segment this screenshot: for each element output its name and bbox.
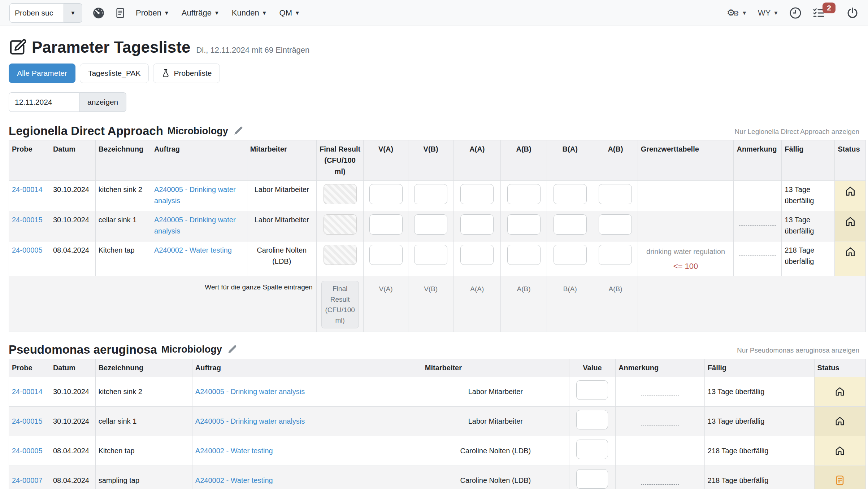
ab2-input[interactable]: [599, 184, 632, 204]
value-input[interactable]: [576, 440, 608, 459]
file-text-icon[interactable]: [115, 7, 126, 19]
ab2-input[interactable]: [599, 245, 632, 265]
settings-menu[interactable]: ⚙⚙ ▼: [727, 7, 747, 18]
column-fill-row: Wert für die ganze Spalte eintragen Fina…: [9, 276, 866, 332]
menu-auftraege[interactable]: Aufträge ▼: [182, 8, 220, 18]
aa-input[interactable]: [460, 184, 494, 204]
fill-final-result-button[interactable]: Final Result (CFU/100 ml): [321, 281, 359, 328]
anmerkung-field[interactable]: [641, 484, 679, 485]
faellig-cell: 218 Tage überfällig: [782, 241, 835, 276]
grenzwert-name: drinking water regulation: [641, 246, 731, 257]
menu-qm[interactable]: QM ▼: [279, 8, 300, 18]
table-row: 24-00014 30.10.2024 kitchen sink 2 A2400…: [9, 181, 866, 211]
ab-input[interactable]: [507, 184, 541, 204]
col-probe: Probe: [9, 140, 50, 181]
fill-vb-button[interactable]: V(B): [411, 284, 451, 294]
probe-link[interactable]: 24-00014: [12, 388, 43, 396]
vb-input[interactable]: [414, 214, 447, 235]
fill-aa-button[interactable]: A(A): [457, 284, 498, 294]
probe-link[interactable]: 24-00015: [12, 216, 43, 224]
anmerkung-field[interactable]: [641, 396, 679, 396]
anmerkung-field[interactable]: [739, 256, 776, 256]
status-cell: [814, 406, 865, 436]
auftrag-link[interactable]: A240005 - Drinking water analysis: [195, 417, 305, 425]
navbar-right: ⚙⚙ ▼ WY ▼ 2: [727, 7, 859, 19]
search-dropdown-button[interactable]: ▼: [64, 3, 82, 23]
auftrag-link[interactable]: A240002 - Water testing: [195, 447, 273, 455]
date-input[interactable]: [9, 92, 79, 112]
fill-va-button[interactable]: V(A): [366, 284, 405, 294]
section2-filter-link[interactable]: Nur Pseudomonas aeruginosa anzeigen: [737, 346, 859, 357]
anmerkung-field[interactable]: [739, 225, 776, 226]
mitarbeiter-cell: Labor Mitarbeiter: [422, 406, 569, 436]
ba-input[interactable]: [554, 245, 587, 265]
menu-kunden[interactable]: Kunden ▼: [232, 8, 267, 18]
speedometer-icon[interactable]: [92, 7, 105, 19]
probe-link[interactable]: 24-00007: [12, 476, 43, 484]
anmerkung-field[interactable]: [739, 195, 776, 195]
final-result-disabled-input: [324, 214, 357, 235]
probe-link[interactable]: 24-00015: [12, 417, 43, 425]
col-status: Status: [835, 140, 866, 181]
home-icon[interactable]: [817, 445, 863, 456]
vb-input[interactable]: [414, 245, 447, 265]
auftrag-link[interactable]: A240002 - Water testing: [154, 246, 232, 254]
va-input[interactable]: [369, 245, 403, 265]
journal-text-icon[interactable]: [817, 475, 863, 486]
anmerkung-field[interactable]: [641, 455, 679, 455]
bezeichnung-cell: kitchen sink 2: [95, 181, 151, 211]
home-icon[interactable]: [817, 416, 863, 427]
bezeichnung-cell: kitchen sink 2: [95, 377, 192, 406]
col-bezeichnung: Bezeichnung: [95, 359, 192, 377]
col-value: Value: [569, 359, 615, 377]
all-parameters-button[interactable]: Alle Parameter: [9, 64, 75, 83]
fill-ba-button[interactable]: B(A): [550, 284, 590, 294]
pencil-icon[interactable]: [226, 344, 237, 355]
flask-icon: [161, 69, 170, 78]
clock-icon[interactable]: [789, 7, 802, 19]
auftrag-link[interactable]: A240002 - Water testing: [195, 476, 273, 484]
ba-input[interactable]: [554, 214, 587, 235]
probe-link[interactable]: 24-00014: [12, 185, 43, 193]
aa-input[interactable]: [460, 214, 494, 235]
legionella-table: Probe Datum Bezeichnung Auftrag Mitarbei…: [9, 140, 866, 332]
fill-ab-button[interactable]: A(B): [504, 284, 544, 294]
user-menu[interactable]: WY ▼: [758, 8, 778, 18]
gears-icon: ⚙⚙: [727, 7, 739, 18]
menu-proben[interactable]: Proben ▼: [136, 8, 169, 18]
fill-ab2-button[interactable]: A(B): [596, 284, 634, 294]
section1-filter-link[interactable]: Nur Legionella Direct Approach anzeigen: [735, 128, 859, 138]
ab-input[interactable]: [507, 245, 541, 265]
vb-input[interactable]: [414, 184, 447, 204]
search-input[interactable]: [9, 3, 64, 23]
home-icon[interactable]: [838, 246, 863, 258]
probe-link[interactable]: 24-00005: [12, 447, 43, 455]
show-button[interactable]: anzeigen: [79, 92, 126, 112]
col-ba: B(A): [547, 140, 593, 181]
va-input[interactable]: [369, 184, 403, 204]
ab-input[interactable]: [507, 214, 541, 235]
auftrag-link[interactable]: A240005 - Drinking water analysis: [154, 216, 236, 235]
home-icon[interactable]: [838, 216, 863, 227]
probe-link[interactable]: 24-00005: [12, 246, 43, 254]
auftrag-link[interactable]: A240005 - Drinking water analysis: [154, 185, 236, 205]
home-icon[interactable]: [838, 185, 863, 197]
anmerkung-field[interactable]: [641, 425, 679, 425]
aa-input[interactable]: [460, 245, 494, 265]
probenliste-button[interactable]: Probenliste: [153, 64, 220, 83]
tasks-menu[interactable]: 2: [812, 7, 836, 19]
ab2-input[interactable]: [599, 214, 632, 235]
va-input[interactable]: [369, 214, 403, 235]
value-input[interactable]: [576, 380, 608, 400]
ba-input[interactable]: [554, 184, 587, 204]
table-header-row: Probe Datum Bezeichnung Auftrag Mitarbei…: [9, 359, 866, 377]
pencil-icon[interactable]: [233, 126, 243, 136]
col-anmerkung: Anmerkung: [616, 359, 705, 377]
auftrag-link[interactable]: A240005 - Drinking water analysis: [195, 388, 305, 396]
value-input[interactable]: [576, 410, 608, 429]
col-aa: A(A): [453, 140, 501, 181]
power-icon[interactable]: [846, 7, 859, 19]
home-icon[interactable]: [817, 386, 863, 397]
value-input[interactable]: [576, 469, 608, 489]
tagesliste-pak-button[interactable]: Tagesliste_PAK: [80, 64, 149, 83]
